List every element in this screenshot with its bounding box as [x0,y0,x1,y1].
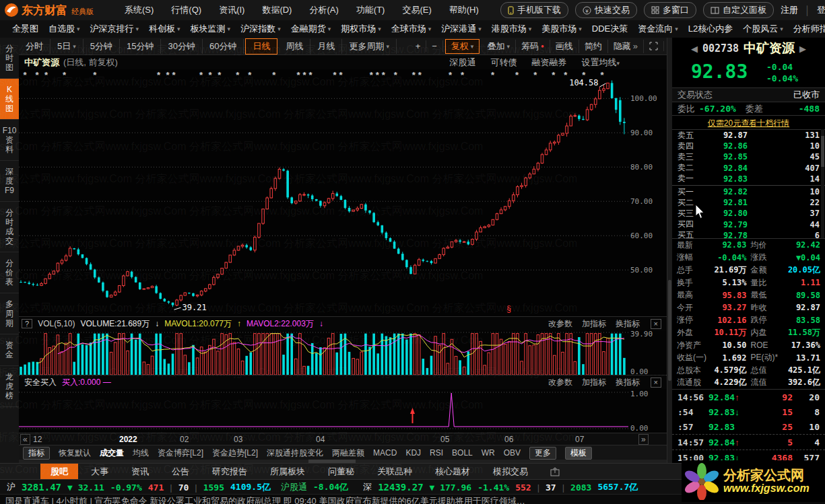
period-周线[interactable]: 周线 [279,39,310,54]
ask-row[interactable]: 卖四92.8610 [672,141,825,151]
period-5日[interactable]: 5日▾ [51,39,84,54]
ask-row[interactable]: 卖二92.84407 [672,163,825,174]
sidebar-item-分时图[interactable]: 分时图 [0,38,19,79]
ma-setting-link[interactable]: 设置均线▾ [581,57,620,69]
nav-item-个股风云[interactable]: 个股风云▾ [743,23,783,35]
sidebar-item-分时成交[interactable]: 分时成交 [0,202,19,252]
bottom-tab-研究报告[interactable]: 研究报告 [202,464,257,480]
bottom-tab-大事[interactable]: 大事 [81,464,119,480]
indicator-tab-OBV[interactable]: OBV [504,448,521,458]
fullscreen-button[interactable] [644,41,664,51]
period-更多周期[interactable]: 更多周期▾ [342,39,397,54]
login-link[interactable]: 登录 [817,4,825,16]
indicator-tab-RSI[interactable]: RSI [430,448,443,458]
close-pane-icon[interactable]: × [651,377,661,388]
sidebar-item-资金[interactable]: 资金 [0,334,19,366]
menu-系统(S)[interactable]: 系统(S) [125,4,154,16]
chips-button[interactable]: 筹码● [516,40,550,53]
pane-btn-加指标[interactable]: 加指标 [582,318,606,330]
nav-item-金融期货[interactable]: 金融期货▾ [291,23,331,35]
pane-btn-加指标[interactable]: 加指标 [582,377,606,388]
period-月线[interactable]: 月线 [310,39,342,54]
menu-数据(D)[interactable]: 数据(D) [262,4,292,16]
bottom-tab-股吧[interactable]: 股吧 [40,464,78,480]
register-link[interactable]: 注册 [781,4,798,16]
nav-item-沪深京排行[interactable]: 沪深京排行▾ [90,23,139,35]
bottom-tab-所属板块[interactable]: 所属板块 [260,464,315,480]
nav-item-板块监测[interactable]: 板块监测▾ [191,23,231,35]
indicator-tab-成交量[interactable]: 成交量 [100,447,124,459]
period-30分钟[interactable]: 30分钟 [161,39,202,54]
volume-pane[interactable]: 39.900.00 [19,330,667,375]
pane-btn-换指标[interactable]: 换指标 [616,318,640,330]
pane-btn-改参数[interactable]: 改参数 [548,318,572,330]
share-icon[interactable] [550,467,560,476]
nav-item-分析师指数[interactable]: 分析师指数 [793,23,825,35]
simple-mode-button[interactable]: 简约 [579,40,608,53]
nav-item-自选股[interactable]: 自选股▾ [48,23,80,35]
overlay-link-深股通[interactable]: 深股通 [449,57,475,69]
menu-交易(E)[interactable]: 交易(E) [402,4,431,16]
overlay-link-可转债[interactable]: 可转债 [490,57,517,69]
indicator-tab-两融差额[interactable]: 两融差额 [332,447,364,459]
nav-item-沪深指数[interactable]: 沪深指数▾ [240,23,281,35]
pane-btn-改参数[interactable]: 改参数 [548,377,572,388]
indicator-tab-资金趋势[L2][interactable]: 资金趋势[L2] [212,447,258,459]
sidebar-item-K线图[interactable]: K线图 [0,79,19,120]
fuquan-button[interactable]: 复权▾ [445,39,480,54]
scroll-right-button[interactable]: » [638,434,649,445]
nav-item-美股市场[interactable]: 美股市场▾ [541,23,582,35]
indicator-tab-BOLL[interactable]: BOLL [452,448,473,458]
menu-资讯(I)[interactable]: 资讯(I) [219,4,244,16]
sidebar-item-多周期[interactable]: 多周期 [0,293,19,334]
help-icon[interactable]: ? [22,319,32,328]
ask-row[interactable]: 卖一92.8314 [672,174,825,184]
menu-分析(A)[interactable]: 分析(A) [309,4,338,16]
nav-item-沪深港通[interactable]: 沪深港通▾ [441,23,482,35]
bid-row[interactable]: 买四92.7944 [672,219,825,230]
nav-item-全球市场[interactable]: 全球市场▾ [391,23,432,35]
multi-window-button[interactable]: 多窗口 [644,2,696,18]
overlay-button[interactable]: 叠加▾ [482,40,516,53]
indicator-tab-恢复默认[interactable]: 恢复默认 [59,447,91,459]
hide-panel-button[interactable]: 隐藏» [608,40,644,53]
indicator-tab-资金博弈[L2][interactable]: 资金博弈[L2] [158,447,203,459]
bottom-tab-资讯[interactable]: 资讯 [121,464,159,480]
mobile-download-button[interactable]: 手机版下载 [500,2,568,18]
kline-pane[interactable]: 100.0090.0080.0070.0060.0050.00*********… [19,69,667,316]
zoom-in-button[interactable]: + [410,40,427,52]
template-button[interactable]: 模板 [565,447,592,460]
bottom-tab-问董秘[interactable]: 问董秘 [318,464,364,480]
prev-stock-arrow[interactable]: ◀ [691,44,698,54]
nav-item-港股市场[interactable]: 港股市场▾ [492,23,532,35]
more-indicators-button[interactable]: 更多 [529,447,556,460]
bid-row[interactable]: 买一92.8210 [672,186,825,197]
bottom-tab-模拟交易[interactable]: 模拟交易 [483,464,538,480]
nav-item-全景图[interactable]: 全景图 [12,23,38,35]
indicator-menu-button[interactable]: 指标 [23,447,50,460]
nav-item-资金流向[interactable]: 资金流向▾ [638,23,678,35]
indicator-tab-KDJ[interactable]: KDJ [405,448,421,458]
menu-行情(Q)[interactable]: 行情(Q) [171,4,201,16]
period-5分钟[interactable]: 5分钟 [84,39,120,54]
indicator-tab-均线[interactable]: 均线 [133,447,149,459]
bottom-tab-核心题材[interactable]: 核心题材 [425,464,480,480]
level2-promo-link[interactable]: 仅需20元查看十档行情 [672,115,825,130]
draw-line-button[interactable]: 画线 [550,40,579,53]
pane-btn-换指标[interactable]: 换指标 [616,377,640,388]
menu-功能(T)[interactable]: 功能(T) [356,4,385,16]
nav-item-L2核心内参[interactable]: L2核心内参 [688,23,733,35]
sidebar-item-分价表[interactable]: 分价表 [0,252,19,293]
scrollbar-thumb[interactable] [821,136,824,167]
menu-帮助(H)[interactable]: 帮助(H) [449,4,479,16]
nav-item-DDE决策[interactable]: DDE决策 [592,23,628,35]
zoom-out-button[interactable]: − [426,40,443,52]
ask-row[interactable]: 卖三92.8545 [672,151,825,162]
order-book-scrollbar[interactable] [821,129,824,238]
ask-row[interactable]: 卖五92.87131 [672,130,825,141]
indicator-pane[interactable]: 1.000.00 [19,388,667,433]
indicator-tab-MACD[interactable]: MACD [373,448,397,458]
bottom-tab-关联品种[interactable]: 关联品种 [367,464,422,480]
quick-trade-button[interactable]: ¥ 快速交易 [575,2,637,18]
nav-item-科创板[interactable]: 科创板▾ [149,23,180,35]
